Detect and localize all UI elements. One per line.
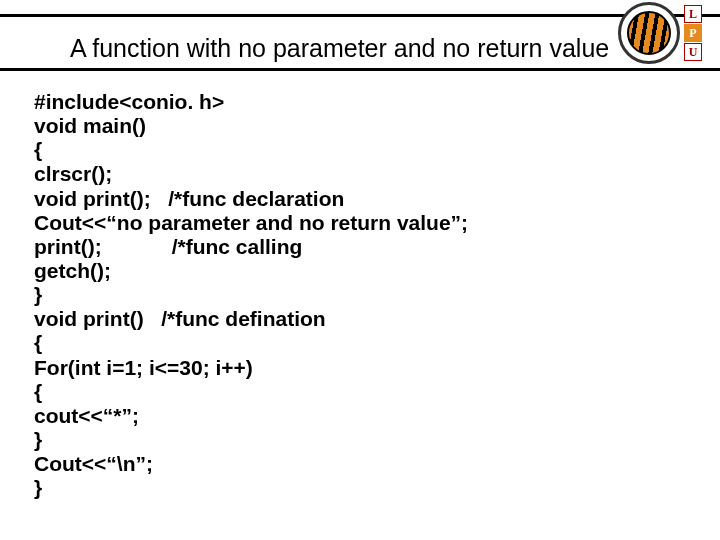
top-rule	[0, 14, 720, 17]
title-underline	[0, 68, 720, 71]
lpu-letter-l: L	[684, 5, 702, 23]
lpu-letter-u: U	[684, 43, 702, 61]
lpu-monogram: L P U	[684, 5, 702, 61]
logo-group: L P U	[618, 2, 702, 64]
code-block: #include<conio. h> void main() { clrscr(…	[34, 90, 468, 500]
seal-stripes-icon	[627, 11, 671, 55]
university-seal-icon	[618, 2, 680, 64]
lpu-letter-p: P	[684, 24, 702, 42]
slide-title: A function with no parameter and no retu…	[70, 34, 609, 63]
